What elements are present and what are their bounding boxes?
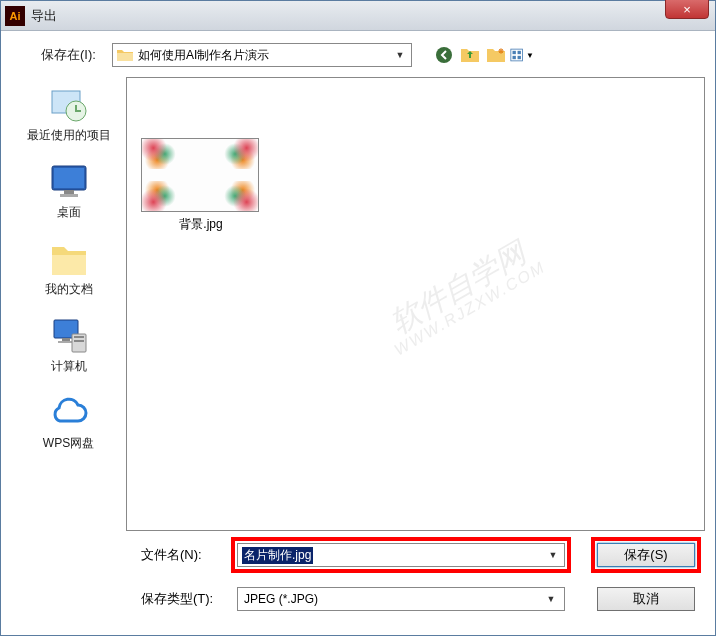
view-menu-button[interactable]: ▼ — [510, 44, 534, 66]
svg-rect-13 — [60, 194, 78, 197]
app-icon: Ai — [5, 6, 25, 26]
svg-rect-5 — [517, 51, 520, 54]
titlebar[interactable]: Ai 导出 × — [1, 1, 715, 31]
save-in-value: 如何使用AI制作名片演示 — [138, 47, 393, 64]
filetype-label: 保存类型(T): — [141, 590, 231, 608]
cancel-button[interactable]: 取消 — [597, 587, 695, 611]
folder-icon — [117, 48, 133, 62]
place-computer-label: 计算机 — [11, 358, 126, 375]
place-recent[interactable]: 最近使用的项目 — [11, 81, 126, 148]
file-list-view[interactable]: 背景.jpg 软件自学网 WWW.RJZXW.COM — [126, 77, 705, 531]
close-button[interactable]: × — [665, 0, 709, 19]
svg-rect-7 — [517, 56, 520, 59]
filetype-value: JPEG (*.JPG) — [244, 592, 318, 606]
place-desktop[interactable]: 桌面 — [11, 158, 126, 225]
back-arrow-icon — [435, 46, 453, 64]
cancel-pad: 取消 — [591, 581, 701, 617]
place-wps-label: WPS网盘 — [11, 435, 126, 452]
filename-row: 文件名(N): 名片制作.jpg ▼ 保存(S) — [11, 537, 705, 573]
svg-rect-6 — [512, 56, 515, 59]
place-recent-label: 最近使用的项目 — [11, 127, 126, 144]
file-item[interactable]: 背景.jpg — [141, 138, 261, 233]
filetype-pad: JPEG (*.JPG) ▼ — [231, 581, 571, 617]
place-documents-label: 我的文档 — [11, 281, 126, 298]
svg-point-0 — [436, 47, 452, 63]
file-thumbnail — [141, 138, 259, 212]
save-in-label: 保存在(I): — [41, 46, 96, 64]
filetype-row: 保存类型(T): JPEG (*.JPG) ▼ 取消 — [11, 581, 705, 617]
recent-icon — [48, 85, 90, 125]
save-button[interactable]: 保存(S) — [597, 543, 695, 567]
toolbar-icons: ▼ — [432, 44, 534, 66]
filetype-combo[interactable]: JPEG (*.JPG) ▼ — [237, 587, 565, 611]
view-grid-icon — [510, 47, 525, 63]
chevron-down-icon[interactable]: ▼ — [546, 548, 560, 562]
svg-rect-11 — [54, 168, 84, 188]
svg-rect-19 — [74, 340, 84, 342]
places-bar: 最近使用的项目 桌面 我的文档 计算机 WPS网盘 — [11, 77, 126, 531]
place-computer[interactable]: 计算机 — [11, 312, 126, 379]
back-button[interactable] — [432, 44, 456, 66]
dialog-body: 保存在(I): 如何使用AI制作名片演示 ▼ ▼ — [1, 31, 715, 635]
save-in-combo[interactable]: 如何使用AI制作名片演示 ▼ — [112, 43, 412, 67]
chevron-down-icon[interactable]: ▼ — [393, 48, 407, 62]
up-button[interactable] — [458, 44, 482, 66]
filename-value: 名片制作.jpg — [242, 547, 313, 564]
save-button-highlight: 保存(S) — [591, 537, 701, 573]
main-area: 最近使用的项目 桌面 我的文档 计算机 WPS网盘 — [11, 77, 705, 531]
chevron-down-icon[interactable]: ▼ — [544, 592, 558, 606]
watermark: 软件自学网 WWW.RJZXW.COM — [375, 231, 548, 359]
svg-rect-12 — [64, 190, 74, 194]
computer-icon — [48, 316, 90, 356]
export-dialog: Ai 导出 × 保存在(I): 如何使用AI制作名片演示 ▼ — [0, 0, 716, 636]
desktop-icon — [48, 162, 90, 202]
filename-label: 文件名(N): — [141, 546, 231, 564]
svg-rect-18 — [74, 336, 84, 338]
chevron-down-icon: ▼ — [526, 51, 534, 60]
folder-new-icon — [487, 47, 505, 63]
place-desktop-label: 桌面 — [11, 204, 126, 221]
place-wps[interactable]: WPS网盘 — [11, 389, 126, 456]
svg-point-1 — [500, 50, 502, 52]
svg-rect-4 — [512, 51, 515, 54]
documents-icon — [48, 239, 90, 279]
folder-up-icon — [461, 47, 479, 63]
bottom-controls: 文件名(N): 名片制作.jpg ▼ 保存(S) 保存类型(T): — [11, 537, 705, 625]
cloud-icon — [48, 393, 90, 433]
filename-highlight: 名片制作.jpg ▼ — [231, 537, 571, 573]
save-in-row: 保存在(I): 如何使用AI制作名片演示 ▼ ▼ — [11, 39, 705, 71]
filename-input[interactable]: 名片制作.jpg ▼ — [237, 543, 565, 567]
new-folder-button[interactable] — [484, 44, 508, 66]
file-name-label: 背景.jpg — [141, 216, 261, 233]
window-title: 导出 — [31, 7, 57, 25]
svg-rect-15 — [62, 338, 70, 341]
place-documents[interactable]: 我的文档 — [11, 235, 126, 302]
